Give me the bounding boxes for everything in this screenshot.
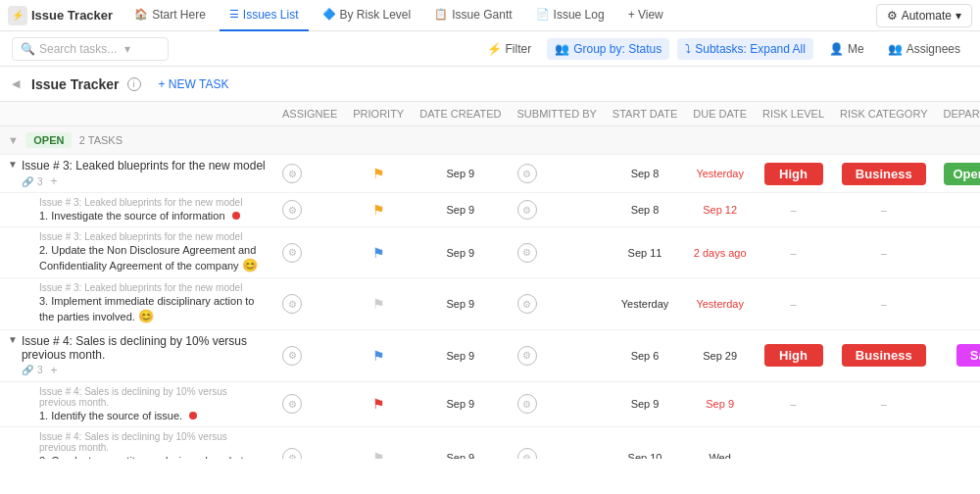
- tab-issue-log[interactable]: 📄 Issue Log: [526, 0, 614, 31]
- tab-issues-list[interactable]: ☰ Issues List: [220, 0, 309, 31]
- child-submitted-by: ⚙: [510, 193, 605, 227]
- parent-task-cell: ▼ Issue # 3: Leaked blueprints for the n…: [0, 155, 274, 193]
- breadcrumb-title: Issue Tracker: [31, 76, 120, 92]
- parent-submitted-by: ⚙: [510, 329, 605, 381]
- risk-level-badge: High: [764, 344, 823, 367]
- avatar: ⚙: [282, 243, 302, 263]
- table-row: ▼ Issue # 3: Leaked blueprints for the n…: [0, 155, 980, 193]
- child-risk-category: –: [832, 278, 935, 329]
- col-header-assignee: ASSIGNEE: [274, 102, 345, 126]
- col-header-due-date: DUE DATE: [685, 102, 755, 126]
- filter-icon: ⚡: [487, 42, 502, 56]
- risk-category-badge: Business: [842, 344, 926, 367]
- child-parent-label: Issue # 3: Leaked blueprints for the new…: [39, 282, 267, 293]
- top-collapse-icon[interactable]: ◀: [12, 77, 20, 90]
- col-header-task: [0, 102, 274, 126]
- emoji-icon: 😊: [138, 309, 154, 323]
- nav-right: ⚙ Automate ▾: [876, 4, 972, 27]
- parent-date-created: Sep 9: [412, 155, 509, 193]
- child-start-date: Sep 9: [605, 381, 685, 426]
- due-date-value: Sep 9: [706, 398, 734, 410]
- avatar: ⚙: [517, 164, 537, 183]
- assignees-button[interactable]: 👥 Assignees: [880, 38, 968, 60]
- priority-flag-icon: ⚑: [372, 348, 385, 364]
- expand-toggle-icon[interactable]: ▼: [8, 159, 18, 170]
- child-title: 2. Conduct competitor analysis and marke…: [39, 454, 267, 459]
- child-start-date: Yesterday: [605, 278, 685, 329]
- parent-meta: 🔗 3 +: [22, 364, 267, 377]
- status-collapse-icon[interactable]: ▼: [8, 134, 19, 146]
- child-date-created: Sep 9: [412, 278, 509, 329]
- child-risk-category: –: [832, 426, 935, 459]
- child-department: –: [936, 278, 981, 329]
- new-task-button[interactable]: + NEW TASK: [149, 74, 239, 95]
- avatar: ⚙: [517, 394, 537, 414]
- app-title: Issue Tracker: [31, 8, 113, 23]
- due-date-value: Yesterday: [696, 298, 744, 310]
- parent-meta: 🔗 3 +: [22, 174, 266, 188]
- avatar: ⚙: [282, 164, 302, 183]
- tab-by-risk-level[interactable]: 🔷 By Risk Level: [313, 0, 421, 31]
- child-title: 2. Update the Non Disclosure Agreement a…: [39, 243, 267, 273]
- child-department: –: [936, 381, 981, 426]
- emoji-icon: 😊: [242, 258, 258, 272]
- child-title: 1. Identify the source of issue.: [39, 409, 267, 422]
- expand-toggle-icon[interactable]: ▼: [8, 334, 18, 345]
- avatar: ⚙: [517, 294, 537, 314]
- subtasks-button[interactable]: ⤵ Subtasks: Expand All: [677, 38, 813, 60]
- child-assignee: ⚙: [274, 193, 345, 227]
- child-risk-level: –: [755, 193, 832, 227]
- table-header-row: ASSIGNEE PRIORITY DATE CREATED SUBMITTED…: [0, 102, 980, 126]
- priority-flag-icon: ⚑: [372, 296, 385, 312]
- avatar: ⚙: [282, 294, 302, 314]
- avatar: ⚙: [282, 448, 302, 459]
- child-assignee: ⚙: [274, 227, 345, 278]
- filter-button[interactable]: ⚡ Filter: [479, 38, 540, 60]
- logo-icon: ⚡: [8, 6, 27, 25]
- child-title: 1. Investigate the source of information: [39, 209, 242, 222]
- add-subtask-icon[interactable]: +: [50, 174, 57, 188]
- child-risk-level: –: [755, 227, 832, 278]
- child-task-cell: Issue # 3: Leaked blueprints for the new…: [0, 227, 274, 278]
- tasks-count: 2 TASKS: [79, 134, 122, 146]
- automate-chevron-icon: ▾: [956, 9, 961, 23]
- child-priority: ⚑: [345, 227, 412, 278]
- tab-issues-list-icon: ☰: [229, 8, 239, 21]
- child-assignee: ⚙: [274, 278, 345, 329]
- automate-button[interactable]: ⚙ Automate ▾: [876, 4, 972, 27]
- tab-issue-gantt[interactable]: 📋 Issue Gantt: [424, 0, 521, 31]
- chain-icon: 🔗: [22, 365, 33, 375]
- child-risk-category: –: [832, 381, 935, 426]
- me-button[interactable]: 👤 Me: [821, 38, 872, 60]
- col-header-risk-category: RISK CATEGORY: [832, 102, 935, 126]
- child-submitted-by: ⚙: [510, 227, 605, 278]
- search-box[interactable]: 🔍 Search tasks... ▾: [12, 37, 169, 61]
- parent-department: Sales: [936, 329, 981, 381]
- parent-submitted-by: ⚙: [510, 155, 605, 193]
- info-icon[interactable]: i: [127, 77, 141, 91]
- child-start-date: Sep 10: [605, 426, 685, 459]
- child-task-cell: Issue # 4: Sales is declining by 10% ver…: [0, 426, 274, 459]
- child-parent-label: Issue # 4: Sales is declining by 10% ver…: [39, 431, 267, 453]
- child-due-date: Wed: [685, 426, 755, 459]
- child-parent-label: Issue # 4: Sales is declining by 10% ver…: [39, 386, 267, 408]
- add-subtask-icon[interactable]: +: [50, 364, 57, 377]
- child-parent-label: Issue # 3: Leaked blueprints for the new…: [39, 197, 242, 208]
- child-risk-level: –: [755, 278, 832, 329]
- col-header-risk-level: RISK LEVEL: [755, 102, 832, 126]
- group-by-button[interactable]: 👥 Group by: Status: [547, 38, 669, 60]
- search-chevron-icon: ▾: [124, 42, 130, 56]
- automate-icon: ⚙: [887, 9, 898, 23]
- tab-start-here[interactable]: 🏠 Start Here: [124, 0, 216, 31]
- child-date-created: Sep 9: [412, 426, 509, 459]
- child-submitted-by: ⚙: [510, 381, 605, 426]
- child-task-cell: Issue # 3: Leaked blueprints for the new…: [0, 278, 274, 329]
- risk-level-badge: High: [764, 163, 823, 185]
- tab-add-view[interactable]: + View: [618, 0, 673, 31]
- child-due-date: Yesterday: [685, 278, 755, 329]
- status-dot-icon: [232, 212, 240, 220]
- subtasks-icon: ⤵: [685, 42, 691, 56]
- child-date-created: Sep 9: [412, 227, 509, 278]
- toolbar: 🔍 Search tasks... ▾ ⚡ Filter 👥 Group by:…: [0, 31, 980, 67]
- child-title: 3. Implement immediate disciplinary acti…: [39, 294, 267, 324]
